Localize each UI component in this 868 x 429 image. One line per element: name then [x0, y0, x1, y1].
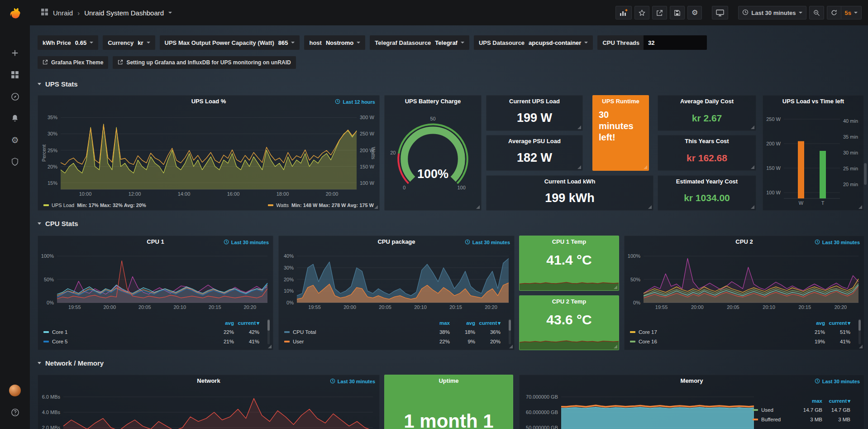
save-button[interactable] — [670, 6, 685, 19]
variable-value[interactable]: 0.65 — [75, 39, 93, 46]
help-icon[interactable] — [4, 405, 26, 420]
panel-title[interactable]: CPU 2 Temp — [520, 296, 619, 308]
panel-title[interactable]: UPS Battery Charge — [385, 96, 481, 107]
legend-row[interactable]: CPU Total 38% 18% 36% — [284, 327, 501, 337]
panel-title[interactable]: This Years Cost — [658, 135, 756, 147]
section-network-memory[interactable]: Network / Memory — [38, 356, 104, 370]
dashboards-icon[interactable] — [4, 67, 26, 82]
star-button[interactable] — [634, 6, 649, 19]
legend-row[interactable]: Core 16 19% 41% — [630, 337, 850, 346]
panel-title[interactable]: CPU 1 Temp — [520, 236, 619, 248]
legend-scrollbar[interactable] — [509, 319, 511, 344]
avatar[interactable] — [9, 385, 21, 396]
ups-load-vs-time-bars[interactable]: 250 W200 W150 W100 W40 min35 min30 min25… — [763, 107, 863, 207]
panel-title[interactable]: UPS Load % — [38, 96, 379, 107]
legend-col-max[interactable]: max — [424, 320, 450, 326]
panel-time-range-link[interactable]: Last 30 minutes — [224, 239, 269, 246]
server-admin-shield-icon[interactable] — [4, 154, 26, 169]
legend-item-ups-load[interactable]: UPS LoadMin: 17% Max: 32% Avg: 20% — [43, 202, 146, 208]
legend-row[interactable]: Buffered 3 MB 3 MB — [753, 415, 850, 424]
panel-time-range-link[interactable]: Last 30 minutes — [815, 239, 860, 246]
variable-host[interactable]: host Nostromo — [304, 35, 365, 50]
variable-ups-max-output[interactable]: UPS Max Output Power Capacity (Watt) 865 — [160, 35, 300, 50]
panel-title[interactable]: Average Daily Cost — [658, 96, 756, 107]
panel-title[interactable]: Uptime — [385, 375, 513, 387]
panel-time-range-link[interactable]: Last 30 minutes — [465, 239, 510, 246]
cpu-threads-input[interactable] — [644, 35, 707, 50]
refresh-button[interactable] — [827, 6, 841, 19]
variable-ups-datasource[interactable]: UPS Datasource apcupsd-container — [474, 35, 593, 50]
series-name[interactable]: CPU Total — [293, 329, 424, 335]
configuration-gear-icon[interactable]: ⚙ — [4, 132, 26, 148]
series-name[interactable]: Core 1 — [52, 329, 209, 335]
breadcrumb-dashboard-title[interactable]: Unraid System Dashboard — [84, 9, 164, 17]
battery-charge-gauge[interactable]: 02050100 — [385, 107, 481, 207]
legend-col-current[interactable]: current — [825, 320, 850, 326]
series-name[interactable]: Buffered — [761, 417, 794, 422]
network-chart[interactable]: 6.0 MBs4.0 MBs2.0 MBs — [38, 389, 379, 429]
legend-col-max[interactable]: max — [794, 398, 822, 404]
cpu1-chart[interactable]: 100%50%0%19:5520:0020:0520:1020:1520:20 — [38, 249, 273, 310]
panel-title[interactable]: Average PSU Load — [486, 135, 582, 147]
panel-title[interactable]: Memory — [520, 375, 864, 387]
cpu2-chart[interactable]: 100%50%0%19:5520:0020:0520:1020:1520:20 — [625, 249, 864, 310]
legend-row[interactable]: Core 5 21% 41% — [43, 337, 259, 346]
share-button[interactable] — [652, 6, 667, 19]
time-range-picker[interactable]: Last 30 minutes — [738, 6, 806, 19]
tv-mode-button[interactable] — [712, 6, 728, 19]
alerting-bell-icon[interactable] — [4, 111, 26, 126]
series-name[interactable]: Core 16 — [639, 339, 800, 344]
create-icon[interactable] — [4, 45, 26, 61]
ups-load-chart[interactable]: 35%30%25%20%15%300 W250 W200 W150 W100 W… — [38, 108, 379, 198]
panel-time-range-link[interactable]: Last 30 minutes — [330, 378, 375, 385]
link-ups-monitoring-guide[interactable]: Setting up Grafana and InfluxDB for UPS … — [113, 56, 296, 69]
panel-title[interactable]: UPS Runtime — [593, 96, 649, 107]
legend-scrollbar[interactable] — [267, 319, 270, 344]
variable-value[interactable]: apcupsd-container — [529, 39, 588, 46]
variable-value[interactable]: 865 — [278, 39, 295, 46]
legend-col-avg[interactable]: avg — [450, 320, 475, 326]
series-name[interactable]: Used — [761, 407, 794, 413]
panel-title[interactable]: UPS Load vs Time left — [763, 96, 863, 107]
breadcrumb-folder[interactable]: Unraid — [53, 9, 73, 17]
variable-value[interactable]: kr — [138, 39, 150, 46]
series-name[interactable]: Core 5 — [52, 339, 209, 344]
cpu-package-chart[interactable]: 40%30%20%10%0%19:5520:0020:0520:1020:152… — [279, 249, 514, 310]
variable-currency[interactable]: Currency kr — [103, 35, 155, 50]
panel-time-range-link[interactable]: Last 30 minutes — [815, 378, 860, 385]
legend-col-current[interactable]: current — [822, 398, 850, 404]
memory-chart[interactable]: 70.000000 GB60.000000 GB50.000000 GB — [520, 389, 759, 429]
explore-icon[interactable] — [4, 89, 26, 104]
legend-col-current[interactable]: current — [475, 320, 501, 326]
variable-telegraf-datasource[interactable]: Telegraf Datasource Telegraf — [370, 35, 469, 50]
section-ups-stats[interactable]: UPS Stats — [38, 77, 78, 91]
panel-title[interactable]: Network — [38, 375, 379, 387]
page-scrollbar[interactable] — [864, 163, 867, 185]
panel-title[interactable]: Estimated Yearly Cost — [658, 176, 756, 188]
legend-row[interactable]: Used 14.7 GB 14.7 GB — [753, 405, 850, 415]
panel-title[interactable]: Current Load kWh — [486, 176, 653, 188]
legend-row[interactable]: Core 17 21% 51% — [630, 327, 850, 337]
link-grafana-plex-theme[interactable]: Grafana Plex Theme — [38, 56, 108, 69]
legend-col-avg[interactable]: avg — [800, 320, 825, 326]
series-name[interactable]: Core 17 — [639, 329, 800, 335]
legend-item-watts[interactable]: WattsMin: 148 W Max: 278 W Avg: 175 W — [268, 202, 374, 208]
zoom-out-button[interactable] — [809, 6, 824, 19]
chevron-down-icon[interactable] — [168, 12, 172, 14]
legend-col-avg[interactable]: avg — [209, 320, 234, 326]
variable-value[interactable]: Telegraf — [435, 39, 464, 46]
legend-col-current[interactable]: current — [234, 320, 259, 326]
variable-kwh-price[interactable]: kWh Price 0.65 — [38, 35, 98, 50]
variable-value[interactable]: Nostromo — [326, 39, 360, 46]
legend-scrollbar[interactable] — [858, 319, 861, 344]
series-name[interactable]: User — [293, 339, 424, 344]
grafana-logo-icon[interactable] — [0, 0, 30, 27]
add-panel-button[interactable] — [615, 6, 632, 19]
dashboard-settings-button[interactable]: ⚙ — [687, 6, 702, 19]
panel-title[interactable]: Current UPS Load — [486, 96, 582, 107]
legend-row[interactable]: Core 1 22% 42% — [43, 327, 259, 337]
panel-time-range-link[interactable]: Last 12 hours — [335, 99, 375, 105]
breadcrumb[interactable]: Unraid › Unraid System Dashboard — [41, 8, 172, 17]
section-cpu-stats[interactable]: CPU Stats — [38, 217, 78, 230]
legend-row[interactable]: User 22% 9% 20% — [284, 337, 501, 346]
